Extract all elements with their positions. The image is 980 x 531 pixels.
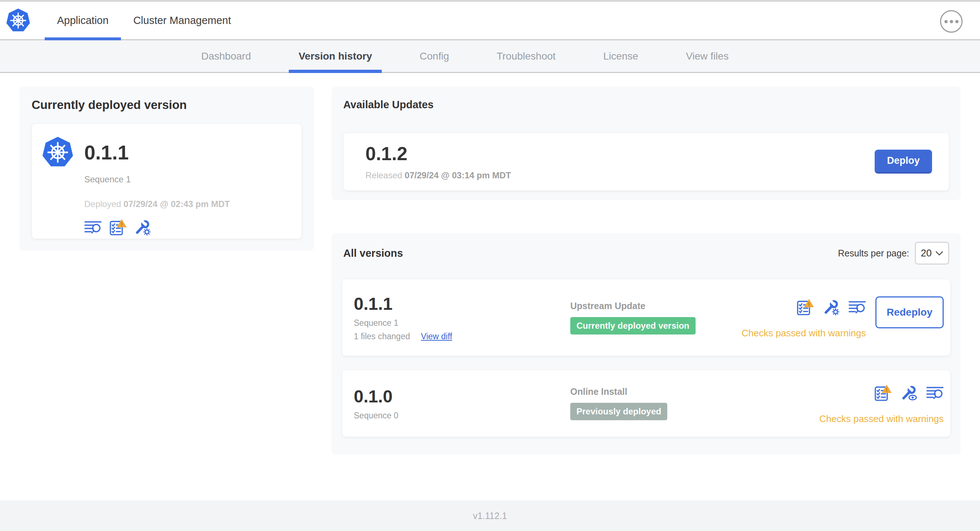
topbar-tab-label: Application (57, 14, 108, 27)
checks-status: Checks passed with warnings (741, 328, 866, 339)
available-updates-panel: Available Updates 0.1.2 Released 07/29/2… (332, 86, 961, 200)
version-sequence: Sequence 1 (354, 318, 570, 328)
topbar-tabs: Application Cluster Management (45, 2, 243, 39)
version-sequence: Sequence 0 (354, 411, 570, 421)
version-number: 0.1.1 (354, 294, 570, 314)
redeploy-button[interactable]: Redeploy (875, 296, 944, 328)
update-version-number: 0.1.2 (366, 143, 511, 165)
deployed-version-number: 0.1.1 (84, 141, 291, 164)
topbar-tab-cluster-management[interactable]: Cluster Management (121, 2, 243, 39)
preflight-checks-warning-icon[interactable] (874, 385, 892, 402)
app-kubernetes-icon (42, 136, 73, 169)
tab-config[interactable]: Config (410, 40, 459, 72)
overflow-menu-button[interactable] (940, 10, 963, 33)
kubernetes-logo-icon (6, 8, 30, 33)
update-row: 0.1.2 Released 07/29/24 @ 03:14 pm MDT D… (343, 133, 949, 191)
results-per-page-select[interactable]: 20 (915, 242, 949, 264)
ellipsis-icon (944, 20, 948, 23)
version-row: 0.1.0 Sequence 0 Online Install Previous… (342, 370, 951, 437)
version-source: Online Install (570, 386, 819, 397)
panel-title: All versions (343, 247, 403, 259)
version-row: 0.1.1 Sequence 1 1 files changed View di… (342, 279, 951, 356)
topbar-tab-application[interactable]: Application (45, 2, 121, 39)
deploy-logs-icon[interactable] (926, 385, 944, 402)
topbar: Application Cluster Management (0, 2, 980, 40)
deploy-button[interactable]: Deploy (875, 149, 932, 173)
app-window: Application Cluster Management Dashboard… (0, 0, 980, 531)
files-changed: 1 files changed (354, 332, 410, 342)
all-versions-panel: All versions Results per page: 20 0.1.1 … (332, 233, 961, 455)
tab-version-history[interactable]: Version history (289, 40, 382, 72)
config-edit-icon[interactable] (134, 219, 151, 236)
view-diff-link[interactable]: View diff (421, 332, 452, 342)
footer: v1.112.1 (0, 501, 980, 531)
tab-dashboard[interactable]: Dashboard (191, 40, 261, 72)
panel-title: Available Updates (343, 99, 949, 111)
version-source: Upstream Update (570, 301, 741, 311)
config-edit-icon[interactable] (823, 299, 840, 316)
status-badge: Previously deployed (570, 403, 667, 420)
deploy-logs-icon[interactable] (848, 299, 866, 316)
tab-view-files[interactable]: View files (676, 40, 738, 72)
status-badge: Currently deployed version (570, 317, 695, 334)
tab-troubleshoot[interactable]: Troubleshoot (487, 40, 565, 72)
version-number: 0.1.0 (354, 386, 570, 406)
config-view-icon[interactable] (901, 385, 918, 402)
preflight-checks-warning-icon[interactable] (796, 299, 815, 316)
preflight-checks-warning-icon[interactable] (109, 219, 127, 236)
app-section-nav: Dashboard Version history Config Trouble… (0, 40, 980, 73)
topbar-tab-label: Cluster Management (133, 14, 231, 27)
deployed-version-card: 0.1.1 Sequence 1 Deployed 07/29/24 @ 02:… (32, 124, 302, 239)
chevron-down-icon (935, 251, 943, 256)
update-released-timestamp: Released 07/29/24 @ 03:14 pm MDT (366, 170, 511, 181)
results-per-page-label: Results per page: (838, 248, 909, 259)
console-version: v1.112.1 (473, 511, 507, 521)
panel-title: Currently deployed version (32, 98, 302, 112)
deployed-timestamp: Deployed 07/29/24 @ 02:43 pm MDT (84, 199, 291, 209)
currently-deployed-panel: Currently deployed version (19, 86, 314, 251)
checks-status: Checks passed with warnings (819, 413, 944, 424)
tab-license[interactable]: License (593, 40, 648, 72)
main-content: Currently deployed version (0, 73, 980, 501)
deployed-sequence: Sequence 1 (84, 174, 291, 184)
deploy-logs-icon[interactable] (84, 219, 102, 236)
